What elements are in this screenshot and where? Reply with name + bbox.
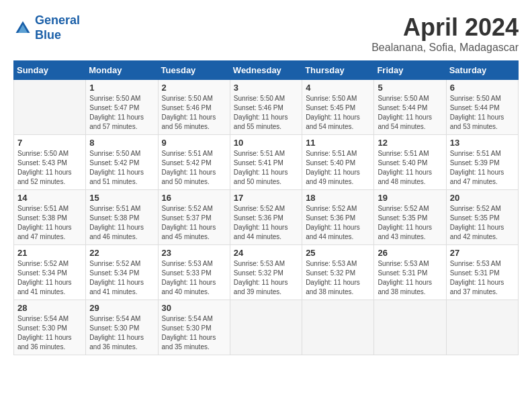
calendar-cell: 27Sunrise: 5:53 AMSunset: 5:31 PMDayligh… bbox=[446, 245, 518, 300]
calendar-cell: 4Sunrise: 5:50 AMSunset: 5:45 PMDaylight… bbox=[302, 80, 374, 135]
day-info: Sunrise: 5:54 AMSunset: 5:30 PMDaylight:… bbox=[17, 314, 82, 352]
day-info: Sunrise: 5:52 AMSunset: 5:36 PMDaylight:… bbox=[306, 204, 370, 242]
day-number: 20 bbox=[450, 193, 515, 203]
calendar-cell: 24Sunrise: 5:53 AMSunset: 5:32 PMDayligh… bbox=[230, 245, 302, 300]
calendar-week-1: 1Sunrise: 5:50 AMSunset: 5:47 PMDaylight… bbox=[14, 80, 519, 135]
day-info: Sunrise: 5:54 AMSunset: 5:30 PMDaylight:… bbox=[162, 314, 226, 352]
calendar-cell: 6Sunrise: 5:50 AMSunset: 5:44 PMDaylight… bbox=[446, 80, 518, 135]
day-info: Sunrise: 5:50 AMSunset: 5:44 PMDaylight:… bbox=[378, 94, 442, 132]
day-number: 26 bbox=[378, 248, 442, 258]
calendar-cell: 9Sunrise: 5:51 AMSunset: 5:42 PMDaylight… bbox=[158, 135, 230, 190]
day-number: 11 bbox=[306, 138, 370, 148]
logo-icon bbox=[13, 19, 32, 38]
calendar-cell: 22Sunrise: 5:52 AMSunset: 5:34 PMDayligh… bbox=[86, 245, 158, 300]
logo: General Blue bbox=[13, 13, 80, 42]
calendar-cell: 30Sunrise: 5:54 AMSunset: 5:30 PMDayligh… bbox=[158, 300, 230, 355]
calendar-header: Sunday Monday Tuesday Wednesday Thursday… bbox=[14, 61, 519, 80]
day-number: 24 bbox=[234, 248, 298, 258]
calendar-week-2: 7Sunrise: 5:50 AMSunset: 5:43 PMDaylight… bbox=[14, 135, 519, 190]
location-subtitle: Bealanana, Sofia, Madagascar bbox=[371, 42, 519, 54]
day-info: Sunrise: 5:53 AMSunset: 5:31 PMDaylight:… bbox=[378, 259, 442, 297]
day-number: 16 bbox=[162, 193, 226, 203]
calendar-week-3: 14Sunrise: 5:51 AMSunset: 5:38 PMDayligh… bbox=[14, 190, 519, 245]
col-thursday: Thursday bbox=[302, 61, 374, 80]
day-number: 18 bbox=[306, 193, 370, 203]
day-number: 8 bbox=[89, 138, 154, 148]
day-number: 4 bbox=[306, 83, 370, 93]
day-info: Sunrise: 5:52 AMSunset: 5:36 PMDaylight:… bbox=[234, 204, 298, 242]
day-info: Sunrise: 5:51 AMSunset: 5:40 PMDaylight:… bbox=[306, 149, 370, 187]
calendar-cell: 3Sunrise: 5:50 AMSunset: 5:46 PMDaylight… bbox=[230, 80, 302, 135]
calendar-week-5: 28Sunrise: 5:54 AMSunset: 5:30 PMDayligh… bbox=[14, 300, 519, 355]
day-info: Sunrise: 5:53 AMSunset: 5:32 PMDaylight:… bbox=[306, 259, 370, 297]
day-info: Sunrise: 5:50 AMSunset: 5:46 PMDaylight:… bbox=[162, 94, 226, 132]
calendar-cell bbox=[230, 300, 302, 355]
calendar-table: Sunday Monday Tuesday Wednesday Thursday… bbox=[13, 60, 519, 355]
day-number: 5 bbox=[378, 83, 442, 93]
day-number: 22 bbox=[89, 248, 154, 258]
day-info: Sunrise: 5:50 AMSunset: 5:45 PMDaylight:… bbox=[306, 94, 370, 132]
calendar-cell: 5Sunrise: 5:50 AMSunset: 5:44 PMDaylight… bbox=[374, 80, 446, 135]
day-info: Sunrise: 5:50 AMSunset: 5:43 PMDaylight:… bbox=[17, 149, 82, 187]
day-info: Sunrise: 5:51 AMSunset: 5:40 PMDaylight:… bbox=[378, 149, 442, 187]
calendar-cell: 2Sunrise: 5:50 AMSunset: 5:46 PMDaylight… bbox=[158, 80, 230, 135]
day-info: Sunrise: 5:50 AMSunset: 5:42 PMDaylight:… bbox=[89, 149, 154, 187]
day-number: 7 bbox=[17, 138, 82, 148]
day-info: Sunrise: 5:51 AMSunset: 5:38 PMDaylight:… bbox=[89, 204, 154, 242]
calendar-cell bbox=[302, 300, 374, 355]
day-info: Sunrise: 5:51 AMSunset: 5:39 PMDaylight:… bbox=[450, 149, 515, 187]
day-number: 23 bbox=[162, 248, 226, 258]
calendar-cell bbox=[14, 80, 86, 135]
day-info: Sunrise: 5:51 AMSunset: 5:41 PMDaylight:… bbox=[234, 149, 298, 187]
day-number: 19 bbox=[378, 193, 442, 203]
calendar-cell: 25Sunrise: 5:53 AMSunset: 5:32 PMDayligh… bbox=[302, 245, 374, 300]
day-info: Sunrise: 5:51 AMSunset: 5:38 PMDaylight:… bbox=[17, 204, 82, 242]
day-number: 28 bbox=[17, 303, 82, 313]
day-info: Sunrise: 5:53 AMSunset: 5:33 PMDaylight:… bbox=[162, 259, 226, 297]
day-number: 6 bbox=[450, 83, 515, 93]
day-info: Sunrise: 5:52 AMSunset: 5:37 PMDaylight:… bbox=[162, 204, 226, 242]
col-monday: Monday bbox=[86, 61, 158, 80]
day-info: Sunrise: 5:50 AMSunset: 5:47 PMDaylight:… bbox=[89, 94, 154, 132]
month-year-title: April 2024 bbox=[371, 13, 519, 42]
day-info: Sunrise: 5:52 AMSunset: 5:34 PMDaylight:… bbox=[17, 259, 82, 297]
calendar-cell bbox=[374, 300, 446, 355]
day-number: 27 bbox=[450, 248, 515, 258]
col-saturday: Saturday bbox=[446, 61, 518, 80]
day-number: 12 bbox=[378, 138, 442, 148]
calendar-cell: 1Sunrise: 5:50 AMSunset: 5:47 PMDaylight… bbox=[86, 80, 158, 135]
calendar-cell: 11Sunrise: 5:51 AMSunset: 5:40 PMDayligh… bbox=[302, 135, 374, 190]
col-sunday: Sunday bbox=[14, 61, 86, 80]
day-info: Sunrise: 5:51 AMSunset: 5:42 PMDaylight:… bbox=[162, 149, 226, 187]
day-info: Sunrise: 5:50 AMSunset: 5:46 PMDaylight:… bbox=[234, 94, 298, 132]
day-number: 17 bbox=[234, 193, 298, 203]
calendar-cell: 16Sunrise: 5:52 AMSunset: 5:37 PMDayligh… bbox=[158, 190, 230, 245]
day-number: 3 bbox=[234, 83, 298, 93]
logo-line2: Blue bbox=[35, 28, 61, 42]
day-number: 9 bbox=[162, 138, 226, 148]
calendar-cell: 17Sunrise: 5:52 AMSunset: 5:36 PMDayligh… bbox=[230, 190, 302, 245]
day-number: 25 bbox=[306, 248, 370, 258]
day-info: Sunrise: 5:52 AMSunset: 5:34 PMDaylight:… bbox=[89, 259, 154, 297]
calendar-cell: 23Sunrise: 5:53 AMSunset: 5:33 PMDayligh… bbox=[158, 245, 230, 300]
day-number: 10 bbox=[234, 138, 298, 148]
calendar-body: 1Sunrise: 5:50 AMSunset: 5:47 PMDaylight… bbox=[14, 80, 519, 355]
day-number: 30 bbox=[162, 303, 226, 313]
day-info: Sunrise: 5:50 AMSunset: 5:44 PMDaylight:… bbox=[450, 94, 515, 132]
col-wednesday: Wednesday bbox=[230, 61, 302, 80]
day-info: Sunrise: 5:53 AMSunset: 5:32 PMDaylight:… bbox=[234, 259, 298, 297]
title-block: April 2024 Bealanana, Sofia, Madagascar bbox=[371, 13, 519, 54]
logo-line1: General bbox=[35, 13, 80, 27]
day-info: Sunrise: 5:54 AMSunset: 5:30 PMDaylight:… bbox=[89, 314, 154, 352]
day-info: Sunrise: 5:53 AMSunset: 5:31 PMDaylight:… bbox=[450, 259, 515, 297]
page-header: General Blue April 2024 Bealanana, Sofia… bbox=[13, 13, 519, 54]
calendar-cell: 21Sunrise: 5:52 AMSunset: 5:34 PMDayligh… bbox=[14, 245, 86, 300]
calendar-cell: 26Sunrise: 5:53 AMSunset: 5:31 PMDayligh… bbox=[374, 245, 446, 300]
calendar-cell: 14Sunrise: 5:51 AMSunset: 5:38 PMDayligh… bbox=[14, 190, 86, 245]
day-info: Sunrise: 5:52 AMSunset: 5:35 PMDaylight:… bbox=[450, 204, 515, 242]
day-number: 21 bbox=[17, 248, 82, 258]
calendar-cell: 10Sunrise: 5:51 AMSunset: 5:41 PMDayligh… bbox=[230, 135, 302, 190]
col-friday: Friday bbox=[374, 61, 446, 80]
calendar-cell: 18Sunrise: 5:52 AMSunset: 5:36 PMDayligh… bbox=[302, 190, 374, 245]
logo-text: General Blue bbox=[35, 13, 80, 42]
